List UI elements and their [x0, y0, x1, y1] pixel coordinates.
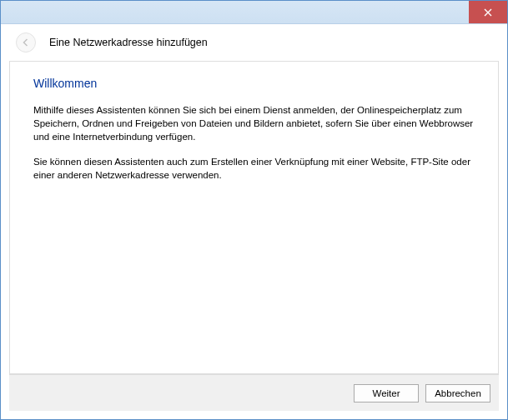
close-icon — [484, 8, 492, 17]
arrow-left-icon — [21, 38, 31, 48]
page-heading: Willkommen — [33, 77, 475, 90]
back-button — [16, 32, 36, 52]
next-button[interactable]: Weiter — [354, 384, 419, 402]
wizard-header: Eine Netzwerkadresse hinzufügen — [1, 24, 507, 61]
intro-paragraph-1: Mithilfe dieses Assistenten können Sie s… — [33, 103, 475, 143]
wizard-window: Eine Netzwerkadresse hinzufügen Willkomm… — [0, 0, 508, 420]
cancel-button[interactable]: Abbrechen — [425, 384, 490, 402]
intro-paragraph-2: Sie können diesen Assistenten auch zum E… — [33, 155, 475, 182]
content-wrapper: Willkommen Mithilfe dieses Assistenten k… — [1, 61, 507, 419]
wizard-title: Eine Netzwerkadresse hinzufügen — [49, 37, 208, 48]
titlebar — [1, 1, 507, 24]
button-row: Weiter Abbrechen — [9, 374, 499, 411]
close-button[interactable] — [469, 1, 507, 23]
content-panel: Willkommen Mithilfe dieses Assistenten k… — [9, 61, 499, 374]
